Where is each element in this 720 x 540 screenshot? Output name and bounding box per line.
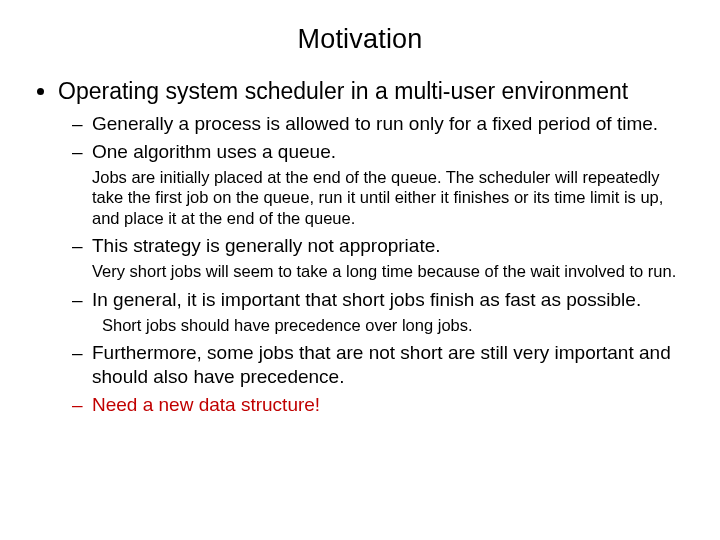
lvl2-text: Furthermore, some jobs that are not shor… — [92, 342, 671, 387]
slide: Motivation Operating system scheduler in… — [0, 0, 720, 540]
slide-title: Motivation — [28, 24, 692, 55]
list-item: Operating system scheduler in a multi-us… — [58, 77, 692, 417]
lvl2-text: Need a new data structure! — [92, 394, 320, 415]
lvl2-text: One algorithm uses a queue. — [92, 141, 336, 162]
bullet-list-level1: Operating system scheduler in a multi-us… — [28, 77, 692, 417]
body-paragraph: Very short jobs will seem to take a long… — [92, 261, 692, 281]
lvl2-text: This strategy is generally not appropria… — [92, 235, 441, 256]
bullet-list-level2: In general, it is important that short j… — [58, 288, 692, 312]
lvl2-text: In general, it is important that short j… — [92, 289, 641, 310]
list-item: Furthermore, some jobs that are not shor… — [92, 341, 692, 389]
body-paragraph: Short jobs should have precedence over l… — [102, 315, 692, 335]
list-item-highlight: Need a new data structure! — [92, 393, 692, 417]
bullet-list-level2: Furthermore, some jobs that are not shor… — [58, 341, 692, 416]
bullet-list-level2: Generally a process is allowed to run on… — [58, 112, 692, 164]
bullet-list-level2: This strategy is generally not appropria… — [58, 234, 692, 258]
lvl1-text: Operating system scheduler in a multi-us… — [58, 78, 628, 104]
lvl2-text: Generally a process is allowed to run on… — [92, 113, 658, 134]
list-item: One algorithm uses a queue. — [92, 140, 692, 164]
body-paragraph: Jobs are initially placed at the end of … — [92, 167, 692, 227]
list-item: In general, it is important that short j… — [92, 288, 692, 312]
list-item: This strategy is generally not appropria… — [92, 234, 692, 258]
list-item: Generally a process is allowed to run on… — [92, 112, 692, 136]
